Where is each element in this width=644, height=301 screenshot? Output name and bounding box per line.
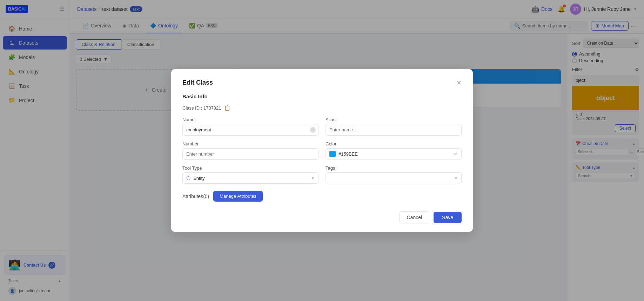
modal-footer: Cancel Save [182,211,462,223]
copy-icon[interactable]: 📋 [224,105,230,111]
shuffle-icon[interactable]: ⇄ [454,151,458,157]
name-clear-icon[interactable]: ✕ [310,127,316,133]
name-input[interactable] [182,124,318,136]
modal-close-button[interactable]: ✕ [456,80,462,86]
alias-group: Alias [326,117,462,136]
tags-label: Tags [326,165,462,171]
tags-select-wrapper: ▼ [326,172,462,183]
attributes-label: Attributes(0) [182,194,209,199]
save-button[interactable]: Save [434,212,462,223]
manage-attributes-button[interactable]: Manage Attributes [213,191,263,202]
color-swatch[interactable] [329,151,336,157]
color-label: Color [326,141,462,146]
tool-type-label: Tool Type [182,165,318,171]
alias-label: Alias [326,117,462,122]
color-input[interactable] [338,151,451,157]
tool-type-select[interactable]: Entity Relation [193,176,315,181]
alias-input[interactable] [326,124,462,136]
class-id-label: Class ID : 1707821 [182,105,221,111]
tags-select[interactable] [329,175,458,181]
modal-header: Edit Class ✕ [182,79,462,86]
form-grid: Name ✕ Alias Number Color [182,117,462,184]
name-group: Name ✕ [182,117,318,136]
number-input[interactable] [182,148,318,160]
attributes-row: Attributes(0) Manage Attributes [182,191,462,202]
class-id-row: Class ID : 1707821 📋 [182,105,462,111]
color-group: Color ⇄ [326,141,462,160]
entity-icon: ⬡ [186,175,190,181]
tool-type-group: Tool Type ⬡ Entity Relation ▼ [182,165,318,184]
name-input-wrapper: ✕ [182,124,318,136]
cancel-button[interactable]: Cancel [399,211,429,223]
color-input-wrapper: ⇄ [326,148,462,159]
number-group: Number [182,141,318,160]
modal-section-title: Basic Info [182,93,462,99]
name-label: Name [182,117,318,122]
edit-class-modal: Edit Class ✕ Basic Info Class ID : 17078… [171,69,473,232]
number-label: Number [182,141,318,146]
modal-title: Edit Class [182,79,213,86]
tool-type-select-wrapper: ⬡ Entity Relation ▼ [182,172,318,184]
modal-overlay: Edit Class ✕ Basic Info Class ID : 17078… [0,0,644,301]
app-layout: BASICAI ☰ 🏠 Home 🗂 Datasets 🧩 Models 📐 O… [0,0,644,301]
tags-group: Tags ▼ [326,165,462,184]
